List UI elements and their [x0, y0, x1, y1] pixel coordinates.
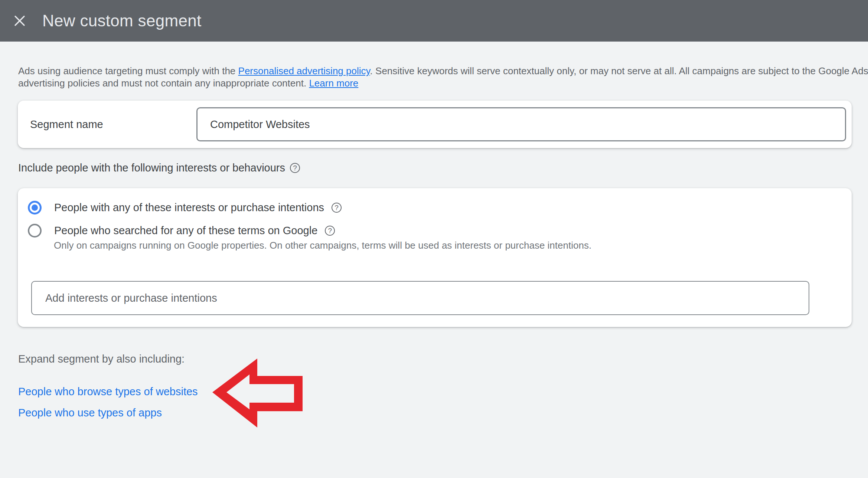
policy-text: . Sensitive keywords will serve contextu… — [370, 65, 868, 76]
policy-text: Ads using audience targeting must comply… — [18, 65, 238, 76]
option-description: Only on campaigns running on Google prop… — [54, 240, 591, 251]
policy-note-line-1: Ads using audience targeting must comply… — [18, 65, 868, 77]
browse-types-of-websites-link[interactable]: People who browse types of websites — [18, 386, 198, 398]
close-button[interactable] — [13, 14, 26, 27]
close-icon — [14, 15, 25, 26]
option-searched-terms-google[interactable]: People who searched for any of these ter… — [28, 224, 335, 238]
option-label: People who searched for any of these ter… — [54, 225, 317, 237]
radio-unselected-icon[interactable] — [28, 224, 42, 238]
interests-options-card: People with any of these interests or pu… — [18, 188, 852, 327]
help-icon[interactable]: ? — [325, 226, 335, 236]
include-heading-label: Include people with the following intere… — [18, 162, 285, 174]
radio-selected-icon[interactable] — [28, 201, 42, 215]
option-interests-purchase-intentions[interactable]: People with any of these interests or pu… — [28, 201, 342, 215]
learn-more-link[interactable]: Learn more — [309, 78, 358, 89]
dialog-header: New custom segment — [0, 0, 868, 42]
new-custom-segment-dialog: New custom segment Ads using audience ta… — [0, 0, 868, 478]
red-arrow-annotation — [208, 354, 307, 432]
policy-text: advertising policies and must not contai… — [18, 78, 309, 89]
add-interests-input[interactable] — [31, 281, 809, 315]
dialog-title: New custom segment — [42, 12, 201, 30]
use-types-of-apps-link[interactable]: People who use types of apps — [18, 407, 162, 419]
segment-name-label: Segment name — [30, 118, 103, 131]
help-icon[interactable]: ? — [290, 163, 300, 173]
help-icon[interactable]: ? — [332, 203, 342, 213]
segment-name-card: Segment name — [18, 101, 852, 148]
segment-name-input[interactable] — [196, 107, 846, 141]
personalised-advertising-policy-link[interactable]: Personalised advertising policy — [238, 65, 370, 76]
policy-note-line-2: advertising policies and must not contai… — [18, 77, 868, 89]
expand-segment-heading: Expand segment by also including: — [18, 353, 185, 365]
option-label: People with any of these interests or pu… — [54, 202, 324, 214]
include-heading-row: Include people with the following intere… — [18, 162, 300, 174]
policy-note: Ads using audience targeting must comply… — [18, 65, 868, 89]
